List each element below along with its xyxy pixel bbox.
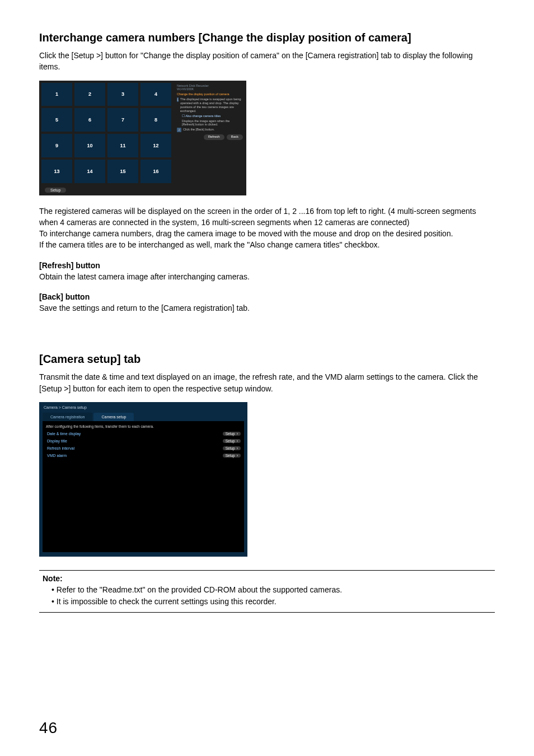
tab-camera-registration[interactable]: Camera registration xyxy=(43,413,92,421)
section2-heading: [Camera setup] tab xyxy=(39,353,495,366)
refresh-text: Obtain the latest camera image after int… xyxy=(39,271,495,282)
row-label-vmd-alarm: VMD alarm xyxy=(46,454,223,458)
step-text: The displayed image is swapped upon bein… xyxy=(180,97,243,113)
row-label-refresh-interval: Refresh interval xyxy=(46,446,223,450)
setup-row: Date & time display Setup› xyxy=(46,430,241,437)
camera-tile[interactable]: 15 xyxy=(107,160,138,183)
setup-button[interactable]: Setup› xyxy=(223,446,241,450)
camera-tile[interactable]: 3 xyxy=(107,83,138,106)
camera-tile[interactable]: 2 xyxy=(74,83,105,106)
section1-body: The registered cameras will be displayed… xyxy=(39,206,495,251)
camera-tile[interactable]: 8 xyxy=(140,108,171,132)
tab-intro: After configuring the following items, t… xyxy=(46,424,241,428)
setup-button[interactable]: Setup› xyxy=(223,432,241,436)
back-text: Save the settings and return to the [Cam… xyxy=(39,302,495,314)
camera-setup-screenshot: Camera > Camera setup Camera registratio… xyxy=(39,402,247,557)
step-number: 1 xyxy=(177,97,179,102)
section2-intro: Transmit the date & time and text displa… xyxy=(39,371,495,394)
camera-tile[interactable]: 11 xyxy=(107,134,138,157)
setup-button[interactable]: Setup› xyxy=(223,439,241,443)
camera-tile[interactable]: 7 xyxy=(107,108,138,132)
setup-button[interactable]: Setup xyxy=(45,188,66,193)
note-list: Refer to the "Readme.txt" on the provide… xyxy=(51,584,495,608)
note-title: Note: xyxy=(43,574,495,583)
also-change-titles-checkbox[interactable]: ☐ Also change camera titles xyxy=(182,114,243,118)
note-box: Note: Refer to the "Readme.txt" on the p… xyxy=(39,570,495,613)
camera-tile[interactable]: 10 xyxy=(74,134,105,157)
camera-tile[interactable]: 5 xyxy=(41,108,72,132)
chevron-right-icon: › xyxy=(237,439,238,443)
panel-product-name: Network Disk Recorder xyxy=(177,84,243,88)
setup-button[interactable]: Setup› xyxy=(223,454,241,458)
row-label-date-time: Date & time display xyxy=(46,432,223,436)
breadcrumb: Camera > Camera setup xyxy=(39,402,247,413)
refresh-heading: [Refresh] button xyxy=(39,261,495,270)
section1-intro: Click the [Setup >] button for "Change t… xyxy=(39,50,495,73)
row-label-display-title: Display title xyxy=(46,439,223,443)
camera-tile[interactable]: 13 xyxy=(41,160,72,183)
note-item: Refer to the "Readme.txt" on the provide… xyxy=(51,584,495,596)
refresh-button[interactable]: Refresh xyxy=(204,134,224,140)
step-number: 2 xyxy=(177,128,181,132)
camera-tile[interactable]: 6 xyxy=(74,108,105,132)
camera-grid: 1 2 3 4 5 6 7 8 9 10 11 12 13 14 15 16 xyxy=(39,81,174,185)
panel-title: Change the display position of camera xyxy=(177,92,243,96)
setup-row: VMD alarm Setup› xyxy=(46,452,241,459)
setup-row: Display title Setup› xyxy=(46,437,241,445)
camera-tile[interactable]: 1 xyxy=(41,83,72,106)
page-number: 46 xyxy=(39,719,58,737)
setup-row: Refresh interval Setup› xyxy=(46,445,241,452)
camera-tile[interactable]: 16 xyxy=(140,160,171,183)
step-note: Displays the image again when the [Refre… xyxy=(182,119,243,127)
step-text: Click the [Back] button. xyxy=(183,128,214,132)
section1-heading: Interchange camera numbers [Change the d… xyxy=(39,31,495,44)
note-item: It is impossible to check the current se… xyxy=(51,596,495,608)
back-heading: [Back] button xyxy=(39,292,495,301)
chevron-right-icon: › xyxy=(237,432,238,436)
tab-camera-setup[interactable]: Camera setup xyxy=(93,413,134,421)
chevron-right-icon: › xyxy=(237,454,238,458)
camera-tile[interactable]: 12 xyxy=(140,134,171,157)
panel-model: WJ-NV200K xyxy=(177,87,243,91)
back-button[interactable]: Back xyxy=(227,134,243,140)
camera-tile[interactable]: 4 xyxy=(140,83,171,106)
interchange-screenshot: 1 2 3 4 5 6 7 8 9 10 11 12 13 14 15 16 S… xyxy=(39,81,246,195)
camera-tile[interactable]: 9 xyxy=(41,134,72,157)
chevron-right-icon: › xyxy=(237,446,238,450)
camera-tile[interactable]: 14 xyxy=(74,160,105,183)
